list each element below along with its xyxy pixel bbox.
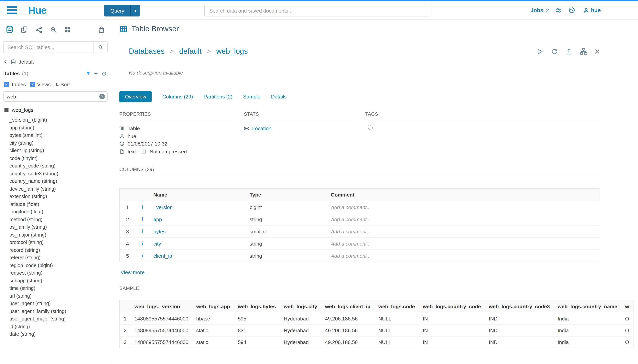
sidebar-column-item[interactable]: country_code (string) [10, 162, 111, 170]
table-name-filter: × [3, 92, 108, 102]
tab-overview[interactable]: Overview [119, 91, 152, 102]
sidebar-column-item[interactable]: user_agent (string) [10, 300, 111, 308]
sql-tables-search-input[interactable] [3, 41, 93, 53]
sidebar-column-item[interactable]: id (string) [10, 323, 111, 331]
column-name-link[interactable]: app [153, 216, 162, 222]
sidebar-column-item[interactable]: request (string) [10, 270, 111, 277]
sidebar-column-item[interactable]: extension (string) [10, 193, 111, 201]
hue-logo[interactable]: Hue [28, 4, 46, 16]
column-name-link[interactable]: city [153, 241, 161, 246]
sidebar-table-web-logs[interactable]: web_logs [4, 107, 107, 113]
sidebar-column-item[interactable]: code (tinyint) [10, 155, 111, 162]
sidebar-column-item[interactable]: method (string) [10, 216, 111, 224]
table-description[interactable]: No description available [129, 70, 600, 76]
sidebar-column-item[interactable]: protocol (string) [10, 239, 111, 246]
breadcrumb-table[interactable]: web_logs [216, 47, 248, 56]
history-icon[interactable] [568, 7, 575, 14]
sample-cell: India [554, 336, 621, 348]
column-type: string [246, 238, 327, 250]
tab-columns-29[interactable]: Columns (29) [162, 94, 193, 100]
info-icon[interactable]: i [142, 240, 143, 246]
sidebar-column-item[interactable]: region_code (bigint) [10, 262, 111, 270]
documents-icon[interactable] [21, 26, 28, 34]
column-comment-input[interactable]: Add a comment... [327, 213, 600, 225]
jobs-link[interactable]: Jobs [530, 7, 543, 13]
info-icon[interactable]: i [142, 216, 143, 222]
sql-tables-search-button[interactable] [93, 41, 108, 53]
info-icon[interactable]: i [142, 228, 143, 234]
close-icon[interactable]: × [595, 48, 600, 55]
sidebar-column-item[interactable]: os_major (string) [10, 231, 111, 239]
query-button[interactable]: Query ▾ [104, 5, 140, 16]
refresh-table-icon[interactable] [551, 48, 558, 55]
hamburger-menu-icon[interactable] [7, 6, 17, 14]
column-comment-input[interactable]: Add a comment... [327, 201, 600, 213]
user-menu[interactable]: hue [583, 7, 601, 13]
sidebar-column-item[interactable]: date (string) [10, 331, 111, 338]
sidebar-column-item[interactable]: bytes (smallint) [10, 132, 111, 140]
sidebar-column-item[interactable]: app (string) [10, 124, 111, 132]
property-entity-type: Table [128, 125, 140, 132]
search-zoom-icon[interactable] [50, 26, 57, 34]
column-name-link[interactable]: _version_ [153, 204, 175, 210]
sidebar-column-item[interactable]: longitude (float) [10, 208, 111, 216]
lineage-sitemap-icon[interactable] [580, 48, 587, 55]
user-icon [583, 7, 589, 13]
tables-checkbox[interactable]: ✓ [4, 82, 9, 87]
sidebar-column-item[interactable]: time (string) [10, 285, 111, 292]
sql-databases-icon[interactable] [6, 26, 14, 34]
share-graph-icon[interactable] [35, 26, 43, 34]
sidebar-column-item[interactable]: record (string) [10, 246, 111, 254]
current-database-label[interactable]: default [19, 59, 34, 65]
column-name-link[interactable]: client_ip [153, 253, 172, 259]
table-name-filter-input[interactable] [3, 92, 108, 102]
apps-grid-icon[interactable] [64, 26, 72, 33]
query-button-label[interactable]: Query [104, 5, 131, 16]
view-more-link[interactable]: View more... [121, 270, 149, 275]
column-name-link[interactable]: bytes [153, 228, 165, 234]
column-comment-input[interactable]: Add a comment... [327, 250, 600, 262]
add-icon[interactable]: + [94, 71, 98, 76]
tab-partitions-2[interactable]: Partitions (2) [203, 94, 232, 100]
sidebar-column-item[interactable]: referer (string) [10, 254, 111, 262]
column-comment-input[interactable]: Add a comment... [327, 238, 600, 250]
sidebar-column-item[interactable]: url (string) [10, 292, 111, 300]
database-breadcrumb: default [3, 59, 108, 65]
sidebar-column-item[interactable]: subapp (string) [10, 277, 111, 285]
bag-icon[interactable] [97, 26, 105, 34]
sort-toggle[interactable]: Sort [55, 82, 70, 88]
back-chevron-icon[interactable] [3, 59, 8, 64]
sidebar-column-item[interactable]: user_agent_family (string) [10, 308, 111, 315]
breadcrumb-database[interactable]: default [179, 47, 201, 56]
filter-funnel-icon[interactable] [85, 71, 91, 76]
sliders-icon[interactable] [555, 7, 562, 14]
query-play-icon[interactable] [536, 48, 544, 55]
refresh-icon[interactable] [101, 71, 107, 76]
global-search-input[interactable] [204, 5, 431, 16]
location-link[interactable]: Location [252, 125, 271, 132]
sample-column-header: web_logs.code [374, 300, 419, 313]
sidebar-column-item[interactable]: country_name (string) [10, 178, 111, 185]
info-icon[interactable]: i [142, 252, 143, 258]
sidebar-column-item[interactable]: _version_ (bigint) [10, 116, 111, 124]
sidebar-column-item[interactable]: latitude (float) [10, 201, 111, 208]
tab-sample[interactable]: Sample [243, 94, 260, 100]
sidebar-column-item[interactable]: country_code3 (string) [10, 170, 111, 178]
sidebar-column-item[interactable]: os_family (string) [10, 224, 111, 231]
sidebar-column-item[interactable]: client_ip (string) [10, 147, 111, 155]
views-checkbox[interactable]: ✓ [30, 82, 35, 87]
sidebar-column-item[interactable]: device_family (string) [10, 185, 111, 193]
column-comment-input[interactable]: Add a comment... [327, 225, 600, 238]
tab-details[interactable]: Details [271, 94, 287, 100]
tables-checkbox-label[interactable]: Tables [11, 82, 26, 88]
views-checkbox-label[interactable]: Views [37, 82, 51, 88]
info-icon[interactable]: i [142, 204, 143, 210]
columns-header-empty [135, 188, 149, 201]
query-dropdown-caret-icon[interactable]: ▾ [131, 5, 140, 16]
breadcrumb-databases[interactable]: Databases [129, 47, 164, 56]
clear-filter-icon[interactable]: × [99, 94, 105, 99]
sidebar-column-item[interactable]: user_agent_major (string) [10, 315, 111, 323]
column-type: smallint [246, 225, 327, 238]
import-upload-icon[interactable] [565, 48, 573, 55]
sidebar-column-item[interactable]: city (string) [10, 140, 111, 147]
